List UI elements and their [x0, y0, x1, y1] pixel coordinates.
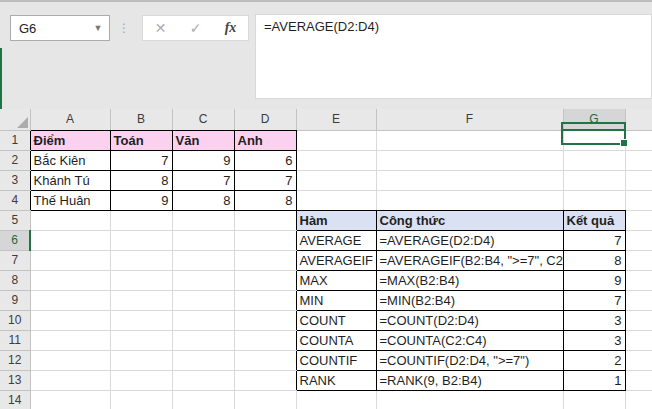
cell[interactable]: [110, 370, 172, 390]
col-header-h[interactable]: [625, 109, 652, 130]
cell-c1[interactable]: Văn: [172, 130, 234, 150]
cell[interactable]: [563, 170, 625, 190]
formula-bar-text[interactable]: =AVERAGE(D2:D4): [256, 15, 651, 38]
cell[interactable]: [30, 250, 110, 270]
cell-f10[interactable]: =COUNT(D2:D4): [376, 310, 563, 330]
cell[interactable]: [172, 390, 234, 409]
cell[interactable]: [563, 150, 625, 170]
cell[interactable]: [234, 390, 296, 409]
cell[interactable]: [172, 330, 234, 350]
cell-g5[interactable]: Kết quả: [563, 210, 625, 230]
cell[interactable]: [110, 210, 172, 230]
cell[interactable]: [296, 130, 376, 150]
col-header-d[interactable]: D: [234, 109, 296, 130]
cell[interactable]: [172, 250, 234, 270]
select-all-button[interactable]: [0, 109, 30, 130]
cell-g10[interactable]: 3: [563, 310, 625, 330]
cell[interactable]: [110, 290, 172, 310]
row-header-6-selected[interactable]: 6: [0, 230, 30, 250]
cell[interactable]: [110, 250, 172, 270]
cell-a4[interactable]: Thế Huân: [30, 190, 110, 210]
cell-b3[interactable]: 8: [110, 170, 172, 190]
cell[interactable]: [625, 210, 652, 230]
cell-f8[interactable]: =MAX(B2:B4): [376, 270, 563, 290]
cell-g12[interactable]: 2: [563, 350, 625, 370]
cell[interactable]: [234, 270, 296, 290]
cell[interactable]: [30, 310, 110, 330]
cell[interactable]: [563, 190, 625, 210]
cell[interactable]: [30, 330, 110, 350]
name-box[interactable]: G6 ▼: [10, 15, 110, 41]
cell[interactable]: [30, 290, 110, 310]
cell[interactable]: [172, 270, 234, 290]
cell[interactable]: [625, 270, 652, 290]
col-header-c[interactable]: C: [172, 109, 234, 130]
cell[interactable]: [376, 190, 563, 210]
col-header-a[interactable]: A: [30, 109, 110, 130]
cell[interactable]: [234, 330, 296, 350]
cell[interactable]: [234, 250, 296, 270]
cell[interactable]: [30, 210, 110, 230]
cell[interactable]: [296, 150, 376, 170]
cell-a2[interactable]: Bắc Kiên: [30, 150, 110, 170]
col-header-b[interactable]: B: [110, 109, 172, 130]
row-header-5[interactable]: 5: [0, 210, 30, 230]
cell-c4[interactable]: 8: [172, 190, 234, 210]
col-header-f[interactable]: F: [376, 109, 563, 130]
row-header-11[interactable]: 11: [0, 330, 30, 350]
cell-e11[interactable]: COUNTA: [296, 330, 376, 350]
cell[interactable]: [234, 310, 296, 330]
cell[interactable]: [625, 330, 652, 350]
cell-e8[interactable]: MAX: [296, 270, 376, 290]
row-header-2[interactable]: 2: [0, 150, 30, 170]
cell[interactable]: [625, 350, 652, 370]
row-header-1[interactable]: 1: [0, 130, 30, 150]
row-header-3[interactable]: 3: [0, 170, 30, 190]
cell-g8[interactable]: 9: [563, 270, 625, 290]
cell[interactable]: [376, 170, 563, 190]
cell[interactable]: [563, 130, 625, 150]
cell[interactable]: [376, 130, 563, 150]
cell[interactable]: [296, 190, 376, 210]
cell[interactable]: [296, 170, 376, 190]
cell[interactable]: [110, 310, 172, 330]
cell[interactable]: [30, 390, 110, 409]
row-header-9[interactable]: 9: [0, 290, 30, 310]
cell-f11[interactable]: =COUNTA(C2:C4): [376, 330, 563, 350]
cell[interactable]: [296, 390, 376, 409]
cell[interactable]: [172, 230, 234, 250]
name-box-value[interactable]: G6: [11, 21, 87, 36]
cell[interactable]: [625, 170, 652, 190]
cell[interactable]: [30, 350, 110, 370]
cell[interactable]: [234, 230, 296, 250]
cell[interactable]: [30, 230, 110, 250]
cell[interactable]: [625, 310, 652, 330]
cell[interactable]: [625, 150, 652, 170]
cell[interactable]: [625, 370, 652, 390]
cell-c2[interactable]: 9: [172, 150, 234, 170]
cell-b2[interactable]: 7: [110, 150, 172, 170]
insert-function-icon[interactable]: fx: [213, 16, 248, 40]
cell[interactable]: [625, 190, 652, 210]
cell-e12[interactable]: COUNTIF: [296, 350, 376, 370]
cell-g9[interactable]: 7: [563, 290, 625, 310]
row-header-8[interactable]: 8: [0, 270, 30, 290]
cell-b4[interactable]: 9: [110, 190, 172, 210]
cell[interactable]: [625, 290, 652, 310]
cell[interactable]: [234, 210, 296, 230]
cell-b1[interactable]: Toán: [110, 130, 172, 150]
cell[interactable]: [110, 270, 172, 290]
col-header-e[interactable]: E: [296, 109, 376, 130]
cell-d2[interactable]: 6: [234, 150, 296, 170]
cell-d3[interactable]: 7: [234, 170, 296, 190]
cell-a1[interactable]: Điểm: [30, 130, 110, 150]
cell[interactable]: [172, 210, 234, 230]
cell[interactable]: [234, 370, 296, 390]
cell-d4[interactable]: 8: [234, 190, 296, 210]
cell[interactable]: [234, 350, 296, 370]
cell-a3[interactable]: Khánh Tú: [30, 170, 110, 190]
cell[interactable]: [625, 390, 652, 409]
cell[interactable]: [110, 330, 172, 350]
cell-e6[interactable]: AVERAGE: [296, 230, 376, 250]
cell-g11[interactable]: 3: [563, 330, 625, 350]
